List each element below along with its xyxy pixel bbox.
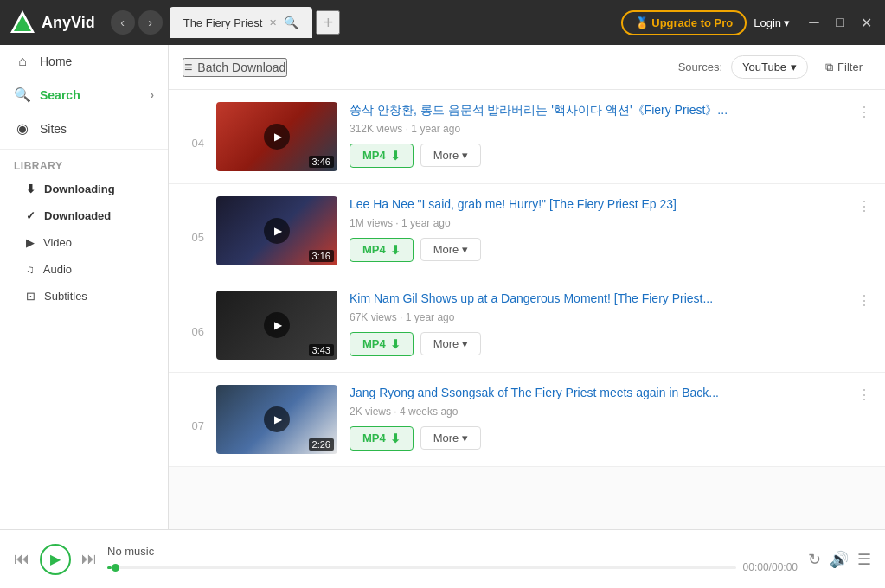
video-actions: MP4 ⬇ More ▾ [350,238,845,262]
more-button[interactable]: More ▾ [420,332,482,355]
tab-title: The Fiery Priest [183,16,263,29]
play-overlay[interactable] [264,312,290,338]
video-number: 05 [183,196,204,244]
video-info: Kim Nam Gil Shows up at a Dangerous Mome… [350,291,845,356]
downloading-icon: ⬇ [26,182,35,195]
video-thumbnail[interactable]: 3:16 [216,196,337,265]
search-icon: 🔍 [14,86,31,103]
sidebar-item-sites[interactable]: ◉ Sites [0,112,168,145]
login-button[interactable]: Login ▾ [754,16,790,29]
player-volume-button[interactable]: 🔊 [830,550,849,569]
more-button[interactable]: More ▾ [420,426,482,450]
forward-button[interactable]: › [138,10,163,35]
dropdown-chevron-icon: ▾ [791,61,797,74]
video-title[interactable]: Kim Nam Gil Shows up at a Dangerous Mome… [350,291,845,308]
item-chevron-icon: ⋮ [857,291,871,309]
video-icon: ▶ [26,236,35,249]
video-duration: 2:26 [309,438,334,451]
mp4-download-button[interactable]: MP4 ⬇ [350,426,414,451]
more-button[interactable]: More ▾ [420,144,482,167]
video-meta: 1M views · 1 year ago [350,217,845,229]
video-item: 05 3:16 Lee Ha Nee "I said, grab me! Hur… [169,184,885,278]
video-item: 04 3:46 쏭삭 안창환, 롱드 음문석 발라버리는 '핵사이다 액션'《F… [169,90,885,184]
video-duration: 3:43 [309,344,334,356]
player-playlist-button[interactable]: ☰ [857,550,871,569]
video-meta: 312K views · 1 year ago [350,123,845,135]
play-overlay[interactable] [264,406,290,432]
upgrade-button[interactable]: 🏅 Upgrade to Pro [621,10,747,35]
progress-dot [112,564,119,572]
source-dropdown[interactable]: YouTube ▾ [731,55,808,79]
tab-search-icon[interactable]: 🔍 [284,16,298,29]
batch-download-button[interactable]: ≡ Batch Download [183,58,287,77]
sidebar-item-search[interactable]: 🔍 Search › [0,78,168,112]
more-chevron-icon: ▾ [462,337,468,350]
video-title[interactable]: Lee Ha Nee "I said, grab me! Hurry!" [Th… [350,196,845,214]
title-bar: AnyVid ‹ › The Fiery Priest ✕ 🔍 + 🏅 Upgr… [0,0,885,45]
tab-bar: The Fiery Priest ✕ 🔍 + [170,7,614,38]
sidebar-item-video[interactable]: ▶ Video [0,229,168,256]
sidebar-item-downloaded[interactable]: ✓ Downloaded [0,202,168,229]
more-chevron-icon: ▾ [462,243,468,256]
sidebar-item-home[interactable]: ⌂ Home [0,45,168,78]
search-arrow-icon: › [151,89,154,101]
source-value: YouTube [742,61,786,74]
tab-close-icon[interactable]: ✕ [269,17,277,29]
video-actions: MP4 ⬇ More ▾ [350,144,845,168]
mp4-label: MP4 [362,431,386,444]
download-icon: ⬇ [390,431,401,445]
mp4-download-button[interactable]: MP4 ⬇ [350,238,414,262]
filter-label: Filter [837,61,863,74]
batch-download-label: Batch Download [197,61,285,74]
mp4-download-button[interactable]: MP4 ⬇ [350,332,414,356]
logo-icon [9,9,36,36]
more-chevron-icon: ▾ [462,431,468,444]
mp4-download-button[interactable]: MP4 ⬇ [350,144,414,168]
player-next-button[interactable]: ⏭ [81,550,97,568]
library-label: Library [0,153,168,176]
video-info: 쏭삭 안창환, 롱드 음문석 발라버리는 '핵사이다 액션'《Fiery Pri… [350,102,845,168]
video-title[interactable]: 쏭삭 안창환, 롱드 음문석 발라버리는 '핵사이다 액션'《Fiery Pri… [350,102,845,119]
sidebar-item-audio[interactable]: ♫ Audio [0,256,168,283]
play-overlay[interactable] [264,124,290,150]
maximize-button[interactable]: □ [830,12,850,33]
nav-buttons: ‹ › [111,10,163,35]
player-repeat-button[interactable]: ↻ [808,550,821,569]
back-button[interactable]: ‹ [111,10,135,35]
downloaded-icon: ✓ [26,209,35,222]
sidebar-home-label: Home [40,54,72,68]
close-button[interactable]: ✕ [856,12,876,33]
video-title[interactable]: Jang Ryong and Ssongsak of The Fiery Pri… [350,385,845,402]
sidebar: ⌂ Home 🔍 Search › ◉ Sites Library ⬇ Down… [0,45,169,529]
sidebar-sites-label: Sites [40,122,67,136]
player-play-button[interactable]: ▶ [40,544,71,575]
home-icon: ⌂ [14,54,31,69]
video-thumbnail[interactable]: 3:43 [216,291,337,360]
minimize-button[interactable]: ─ [804,12,824,33]
new-tab-button[interactable]: + [316,10,340,35]
sidebar-item-subtitles[interactable]: ⊡ Subtitles [0,283,168,310]
player-prev-button[interactable]: ⏮ [14,550,29,568]
progress-bar[interactable] [107,566,736,569]
active-tab[interactable]: The Fiery Priest ✕ 🔍 [170,7,313,38]
more-label: More [433,337,459,350]
more-label: More [433,243,459,256]
sidebar-item-downloading[interactable]: ⬇ Downloading [0,176,168,202]
more-label: More [433,431,459,444]
filter-button[interactable]: ⧉ Filter [817,56,871,79]
download-icon: ⬇ [390,243,401,257]
video-number: 07 [183,385,204,432]
audio-icon: ♫ [26,263,35,276]
video-info: Lee Ha Nee "I said, grab me! Hurry!" [Th… [350,196,845,262]
video-item: 06 3:43 Kim Nam Gil Shows up at a Danger… [169,278,885,373]
play-overlay[interactable] [264,218,290,244]
more-chevron-icon: ▾ [462,149,468,162]
video-thumbnail[interactable]: 2:26 [216,385,337,454]
download-icon: ⬇ [390,337,401,351]
player-controls-right: ↻ 🔊 ☰ [808,550,871,569]
download-icon: ⬇ [390,149,401,163]
batch-icon: ≡ [184,60,192,75]
more-button[interactable]: More ▾ [420,238,482,261]
bottom-player: ⏮ ▶ ⏭ No music 00:00/00:00 ↻ 🔊 ☰ [0,529,885,588]
video-thumbnail[interactable]: 3:46 [216,102,337,171]
